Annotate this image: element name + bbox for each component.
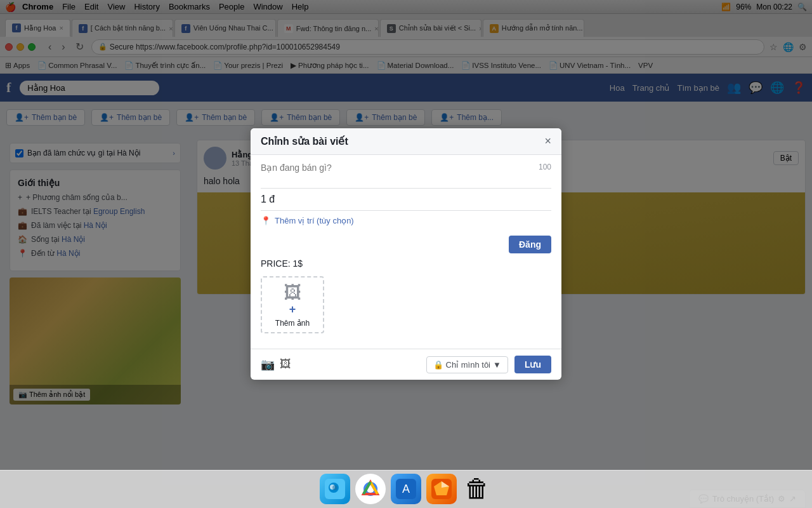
post-textarea[interactable] [261,163,539,183]
dialog-footer: 📷 🖼 🔒 Chỉ mình tôi ▼ Lưu [251,349,561,380]
dock-trash-wrap: 🗑 [462,474,492,505]
post-text-line: 1 đ [261,194,551,205]
svg-point-3 [332,485,337,490]
image-footer-icon[interactable]: 🖼 [280,358,291,371]
dialog-title: Chỉnh sửa bài viết [261,135,348,147]
dock-trash[interactable]: 🗑 [462,474,492,504]
save-button[interactable]: Lưu [514,356,551,373]
privacy-button[interactable]: 🔒 Chỉ mình tôi ▼ [426,356,508,373]
add-photo-box[interactable]: 🖼 + Thêm ảnh [261,276,324,333]
chevron-down-icon: ▼ [493,360,501,370]
dialog-body: 100 1 đ 📍 Thêm vị trí (tùy chọn) Đăng PR… [251,155,561,349]
photo-placeholder-icon: 🖼 [284,282,301,303]
location-row[interactable]: 📍 Thêm vị trí (tùy chọn) [261,210,551,231]
dock-sketch-wrap [426,474,457,505]
dialog-footer-icons: 📷 🖼 [261,358,291,371]
camera-footer-icon[interactable]: 📷 [261,358,275,371]
char-count: 100 [539,163,551,171]
dock-chrome[interactable] [355,474,386,504]
svg-text:A: A [402,483,410,495]
location-icon: 📍 [261,216,271,225]
dock-finder-wrap [320,474,350,505]
post-button[interactable]: Đăng [509,236,551,253]
dock-appstore-wrap: A [391,474,421,505]
price-text: PRICE: 1$ [261,258,551,269]
dialog-textarea-wrap: 100 [261,163,551,189]
edit-post-dialog: Chỉnh sửa bài viết × 100 1 đ 📍 Thêm vị t… [251,128,561,380]
dialog-overlay: Chỉnh sửa bài viết × 100 1 đ 📍 Thêm vị t… [0,0,812,508]
dock-chrome-wrap [355,474,386,505]
dialog-close-button[interactable]: × [544,135,551,148]
dock-finder[interactable] [320,474,350,504]
post-btn-row: Đăng [261,236,551,253]
dock-sketch[interactable] [426,474,457,504]
dock-appstore[interactable]: A [391,474,421,504]
add-photo-label: Thêm ảnh [275,319,310,328]
dialog-header: Chỉnh sửa bài viết × [251,128,561,155]
privacy-label: Chỉ mình tôi [446,360,490,370]
location-placeholder: Thêm vị trí (tùy chọn) [275,216,354,225]
add-photo-plus: + [289,303,296,316]
lock-icon: 🔒 [433,360,443,370]
dock: A 🗑 [0,470,812,508]
